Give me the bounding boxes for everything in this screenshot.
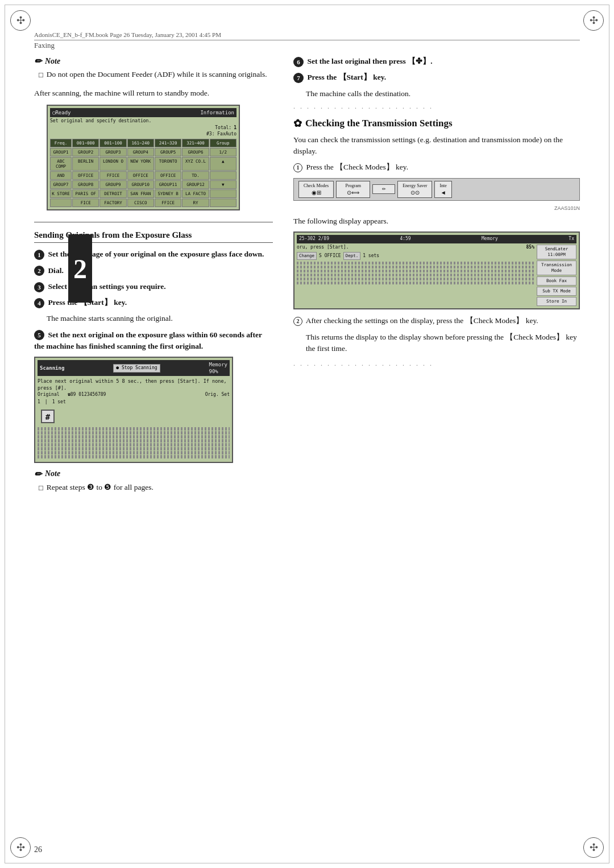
scan-body: Place next original within 5 8 sec., the… — [38, 377, 230, 460]
note-box-2: ✏ Note □ Repeat steps ❸ to ❺ for all pag… — [34, 469, 273, 494]
page-number: 26 — [34, 845, 42, 854]
lcd-total: Total: 1 — [50, 125, 237, 131]
check-step-num-2: 2 — [293, 317, 302, 326]
lcd-col-001: 001~000 — [72, 139, 99, 147]
note-item-2: □ Repeat steps ❸ to ❺ for all pages. — [39, 482, 273, 494]
lcd-tx-sidebar: SendLater 11:00PM Transmission Mode Book… — [537, 245, 576, 307]
lcd-col-freq: Freq. — [50, 139, 72, 147]
step-num-6: 6 — [293, 57, 304, 67]
panel-illustration: Check Modes ◉⊞ Program ⊙⟺ ✏ Energy Saver… — [293, 178, 580, 201]
following-display-text: The following display appears. — [293, 216, 580, 227]
corner-decoration-tr: ✣ — [583, 10, 604, 31]
lcd-dept-tag: Dept. — [343, 252, 361, 260]
check-step-2-body: This returns the display to the display … — [306, 332, 580, 355]
energy-saver-btn: Energy Saver ⊙⊙ — [397, 181, 432, 198]
section-number: 2 — [68, 234, 92, 303]
scan-line-2 — [38, 431, 230, 435]
dots-separator-2: · · · · · · · · · · · · · · · · · · · · … — [293, 361, 580, 370]
lcd-col-241: 241~320 — [155, 139, 181, 147]
lcd-transmission-screen: 25-302 2/89 4:59 Memory Tx oru, press [S… — [293, 232, 580, 310]
corner-decoration-tl: ✣ — [10, 10, 31, 31]
lcd-office-label: S OFFICE — [319, 253, 341, 259]
lcd-tx-instr-row: oru, press [Start]. 85% — [297, 245, 534, 251]
send-later-btn: SendLater 11:00PM — [537, 245, 576, 259]
note-box-1: ✏ Note □ Do not open the Document Feeder… — [34, 56, 273, 81]
lcd-set-label: Set original and specify destination. — [50, 118, 237, 125]
scan-line-8 — [38, 455, 230, 458]
scan-count-row: 1 | 1 set — [38, 399, 230, 406]
note-body-1: □ Do not open the Document Feeder (ADF) … — [34, 69, 273, 81]
scan-line-5 — [38, 443, 230, 447]
stop-scanning-btn: ● Stop Scanning — [113, 364, 160, 373]
scan-instruction: Place next original within 5 8 sec., the… — [38, 378, 230, 391]
step-num-3: 3 — [34, 282, 44, 292]
lcd-col-101: 001~100 — [99, 139, 126, 147]
page-header: AdonisCE_EN_b-f_FM.book Page 26 Tuesday,… — [34, 31, 580, 40]
checkbox-sym-1: □ — [39, 69, 43, 81]
check-step-2: 2 After checking the settings on the dis… — [293, 315, 580, 326]
dots-separator-1: · · · · · · · · · · · · · · · · · · · · … — [293, 104, 580, 113]
lcd-freq-label: #3: FaxAuto — [50, 131, 237, 138]
lcd-tx-main: oru, press [Start]. 85% Change S OFFICE … — [297, 245, 534, 307]
right-column: 6 Set the last original then press 【✤】. … — [293, 56, 580, 500]
scan-line-6 — [38, 447, 230, 450]
lcd-col-321: 321~400 — [182, 139, 209, 147]
store-in-btn: Store In — [537, 297, 576, 306]
note-title-1: ✏ Note — [34, 56, 273, 67]
scan-line-1 — [38, 427, 230, 431]
section-divider — [34, 222, 273, 222]
note-icon-2: ✏ — [34, 469, 42, 480]
step-num-4: 4 — [34, 298, 44, 308]
hash-symbol: # — [41, 410, 55, 423]
gear-icon: ✿ — [293, 117, 302, 130]
checking-body: You can check the transmission settings … — [293, 134, 580, 158]
scan-header: Scanning ● Stop Scanning Memory90% — [38, 360, 230, 376]
lcd-info: Information — [200, 109, 234, 116]
section-label: Faxing — [34, 41, 580, 50]
lcd-sets-label: 1 sets — [363, 253, 379, 259]
inte-btn: Inte ◄ — [434, 181, 451, 198]
lcd-tx-scan-lines — [297, 262, 534, 284]
scan-line-7 — [38, 451, 230, 454]
step-7: 7 Press the 【Start】 key. — [293, 72, 580, 83]
lcd-tx-header: 25-302 2/89 4:59 Memory Tx — [297, 235, 576, 243]
main-content: Faxing 2 ✏ Note □ — [34, 41, 580, 834]
lcd-status: ◯Ready — [52, 109, 71, 116]
lcd-scanning-screen: Scanning ● Stop Scanning Memory90% Place… — [34, 357, 233, 463]
zaas-label: ZAAS101N — [293, 205, 580, 211]
step-7-body: The machine calls the destination. — [306, 88, 580, 100]
step-num-5: 5 — [34, 330, 44, 340]
corner-decoration-bl: ✣ — [10, 837, 31, 858]
note-body-2: □ Repeat steps ❸ to ❺ for all pages. — [34, 482, 273, 494]
check-modes-btn: Check Modes ◉⊞ — [298, 181, 334, 198]
scan-orig-row: Original ☎89 0123456789 Orig. Set — [38, 392, 230, 398]
step-5: 5 Set the next original on the exposure … — [34, 329, 273, 353]
step-num-2: 2 — [34, 266, 44, 276]
note-icon-1: ✏ — [34, 56, 42, 67]
lcd-ready-header: ◯Ready Information — [50, 108, 237, 117]
step-4-body: The machine starts scanning the original… — [47, 313, 273, 324]
program-btn: Program ⊙⟺ — [336, 181, 370, 198]
step-6: 6 Set the last original then press 【✤】. — [293, 56, 580, 67]
left-col-content: ✏ Note □ Do not open the Document Feeder… — [34, 56, 273, 215]
pencil-btn: ✏ — [372, 184, 395, 194]
lcd-change-tag: Change — [297, 252, 317, 260]
lcd-col-group: Group — [210, 139, 237, 147]
left-column: 2 ✏ Note □ Do not open the Document Feed… — [34, 56, 273, 500]
checking-section-title: ✿ Checking the Transmission Settings — [293, 117, 580, 130]
header-file: AdonisCE_EN_b-f_FM.book Page 26 Tuesday,… — [34, 31, 221, 38]
scan-lines — [38, 427, 230, 458]
corner-decoration-br: ✣ — [583, 837, 604, 858]
check-step-num-1: 1 — [293, 163, 302, 172]
two-col-layout: 2 ✏ Note □ Do not open the Document Feed… — [34, 56, 580, 500]
step-num-7: 7 — [293, 73, 304, 83]
note-title-2: ✏ Note — [34, 469, 273, 480]
check-step-1: 1 Press the 【Check Modes】 key. — [293, 162, 580, 173]
lcd-tx-office-row: Change S OFFICE Dept. 1 sets — [297, 252, 534, 260]
lcd-tx-body: oru, press [Start]. 85% Change S OFFICE … — [297, 245, 576, 307]
note-item-1: □ Do not open the Document Feeder (ADF) … — [39, 69, 273, 81]
lcd-grid-header: Freq. 001~000 001~100 161~240 241~320 32… — [50, 139, 237, 147]
step-num-1: 1 — [34, 250, 44, 260]
scan-line-4 — [38, 439, 230, 443]
checkbox-sym-2: □ — [39, 482, 43, 494]
